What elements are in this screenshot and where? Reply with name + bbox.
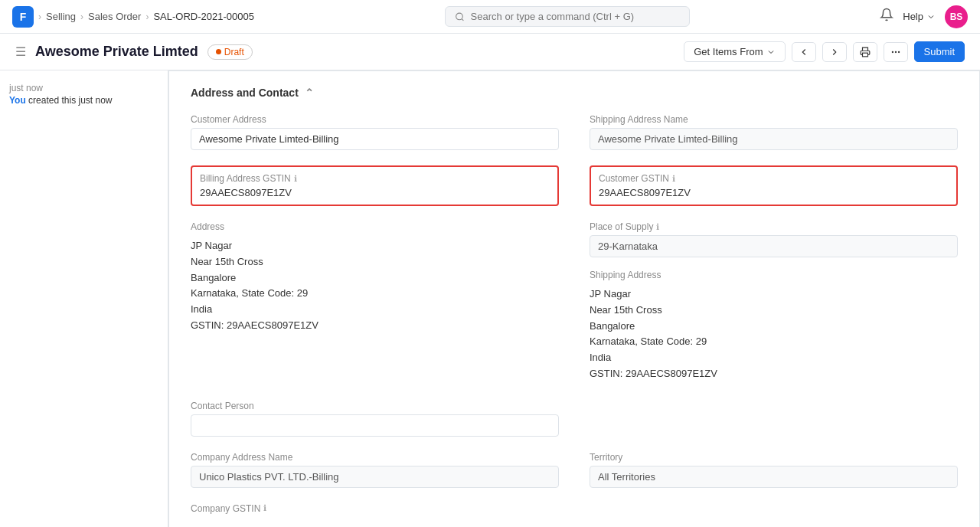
bell-icon	[880, 8, 893, 21]
chevron-down-icon-2	[766, 47, 776, 57]
breadcrumb-sep-1: ›	[38, 11, 41, 22]
shipping-address-field: Shipping Address JP NagarNear 15th Cross…	[590, 270, 958, 385]
billing-gstin-value: 29AAECS8097E1ZV	[200, 187, 550, 198]
shipping-address-text: JP NagarNear 15th CrossBangaloreKarnatak…	[590, 283, 958, 385]
form-grid: Customer Address Shipping Address Name B…	[191, 114, 958, 514]
territory-label: Territory	[590, 452, 958, 463]
get-items-label: Get Items From	[694, 46, 763, 57]
breadcrumb-selling[interactable]: Selling	[46, 11, 76, 22]
activity-you: You	[9, 95, 26, 106]
customer-gstin-wrapper: Customer GSTIN ℹ 29AAECS8097E1ZV	[590, 165, 958, 206]
company-gstin-info-icon[interactable]: ℹ	[263, 503, 266, 513]
shipping-address-name-input[interactable]	[590, 128, 958, 150]
activity-description: created this just now	[26, 95, 113, 106]
customer-address-field: Customer Address	[191, 114, 559, 150]
nav-actions: Help BS	[880, 5, 968, 28]
territory-field: Territory	[590, 452, 958, 488]
place-of-supply-field: Place of Supply ℹ	[590, 221, 958, 257]
contact-person-input[interactable]	[191, 414, 559, 437]
customer-gstin-info-icon[interactable]: ℹ	[672, 174, 675, 184]
status-badge: Draft	[207, 44, 253, 60]
customer-gstin-label: Customer GSTIN ℹ	[599, 173, 949, 184]
page-title: Awesome Private Limted	[35, 44, 198, 60]
breadcrumb-salesorder[interactable]: Sales Order	[88, 11, 141, 22]
search-input[interactable]	[471, 11, 680, 22]
address-text: JP NagarNear 15th CrossBangaloreKarnatak…	[191, 235, 559, 337]
billing-gstin-field: Billing Address GSTIN ℹ 29AAECS8097E1ZV	[191, 165, 559, 206]
right-address-column: Place of Supply ℹ Shipping Address JP Na…	[590, 221, 958, 385]
print-button[interactable]	[853, 42, 877, 62]
help-label: Help	[903, 11, 923, 22]
search-bar[interactable]	[445, 6, 690, 27]
help-button[interactable]: Help	[903, 11, 936, 22]
customer-gstin-value: 29AAECS8097E1ZV	[599, 187, 949, 198]
shipping-address-label: Shipping Address	[590, 270, 958, 280]
prev-button[interactable]	[792, 42, 816, 62]
customer-gstin-label-text: Customer GSTIN	[599, 173, 669, 184]
submit-button[interactable]: Submit	[914, 41, 965, 62]
contact-person-field: Contact Person	[191, 401, 559, 437]
shipping-address-name-field: Shipping Address Name	[590, 114, 958, 150]
place-of-supply-input[interactable]	[590, 235, 958, 257]
billing-gstin-wrapper: Billing Address GSTIN ℹ 29AAECS8097E1ZV	[191, 165, 559, 206]
company-address-name-input[interactable]	[191, 466, 559, 488]
top-nav: F › Selling › Sales Order › SAL-ORD-2021…	[0, 0, 980, 34]
activity-entry: You created this just now	[9, 95, 158, 106]
company-address-name-field: Company Address Name	[191, 452, 559, 488]
breadcrumb-sep-3: ›	[145, 11, 149, 22]
customer-gstin-field: Customer GSTIN ℹ 29AAECS8097E1ZV	[590, 165, 958, 206]
svg-point-4	[898, 51, 899, 52]
chevron-right-icon	[829, 47, 840, 57]
customer-address-input[interactable]	[191, 128, 559, 150]
billing-gstin-info-icon[interactable]: ℹ	[294, 174, 297, 184]
app-icon-label: F	[20, 11, 27, 23]
print-icon	[860, 47, 871, 57]
page-header: ☰ Awesome Private Limted Draft Get Items…	[0, 34, 980, 70]
notification-button[interactable]	[880, 8, 893, 25]
company-gstin-label: Company GSTIN ℹ	[191, 503, 559, 514]
app-icon[interactable]: F	[12, 6, 34, 28]
page-header-left: ☰ Awesome Private Limted Draft	[15, 44, 253, 60]
company-address-name-label: Company Address Name	[191, 452, 559, 463]
svg-line-1	[462, 18, 463, 20]
billing-gstin-label: Billing Address GSTIN ℹ	[200, 173, 550, 184]
svg-point-3	[895, 51, 896, 52]
avatar[interactable]: BS	[945, 5, 968, 28]
search-icon	[455, 11, 465, 22]
activity-time: just now	[9, 83, 158, 93]
address-label: Address	[191, 221, 559, 232]
contact-person-label: Contact Person	[191, 401, 559, 411]
more-button[interactable]	[884, 42, 908, 62]
collapse-icon[interactable]: ⌃	[305, 87, 314, 99]
right-spacer	[590, 401, 958, 437]
shipping-address-name-label: Shipping Address Name	[590, 114, 958, 125]
address-contact-card: Address and Contact ⌃ Customer Address S…	[168, 70, 980, 527]
more-icon	[890, 47, 901, 57]
get-items-from-button[interactable]: Get Items From	[684, 41, 785, 62]
activity-sidebar: just now You created this just now	[0, 70, 168, 527]
hamburger-icon[interactable]: ☰	[15, 44, 26, 59]
svg-rect-2	[862, 53, 867, 57]
customer-address-label: Customer Address	[191, 114, 559, 125]
content-area: Address and Contact ⌃ Customer Address S…	[168, 70, 980, 527]
svg-point-5	[892, 51, 893, 52]
page-header-right: Get Items From Submit	[684, 41, 965, 62]
company-gstin-label-text: Company GSTIN	[191, 503, 260, 514]
submit-label: Submit	[924, 46, 955, 57]
address-field: Address JP NagarNear 15th CrossBangalore…	[191, 221, 559, 385]
svg-point-0	[456, 13, 462, 20]
place-of-supply-label: Place of Supply ℹ	[590, 221, 958, 232]
status-label: Draft	[224, 47, 244, 57]
breadcrumb-current: SAL-ORD-2021-00005	[153, 11, 254, 22]
chevron-left-icon	[799, 47, 809, 57]
billing-gstin-label-text: Billing Address GSTIN	[200, 173, 291, 184]
chevron-down-icon	[926, 12, 936, 21]
place-of-supply-label-text: Place of Supply	[590, 221, 653, 232]
company-gstin-field: Company GSTIN ℹ	[191, 503, 559, 514]
place-of-supply-info-icon[interactable]: ℹ	[656, 222, 659, 232]
breadcrumb-area: F › Selling › Sales Order › SAL-ORD-2021…	[12, 6, 254, 28]
territory-input[interactable]	[590, 466, 958, 488]
next-button[interactable]	[822, 42, 847, 62]
search-area	[254, 6, 880, 27]
main-layout: just now You created this just now Addre…	[0, 70, 980, 527]
